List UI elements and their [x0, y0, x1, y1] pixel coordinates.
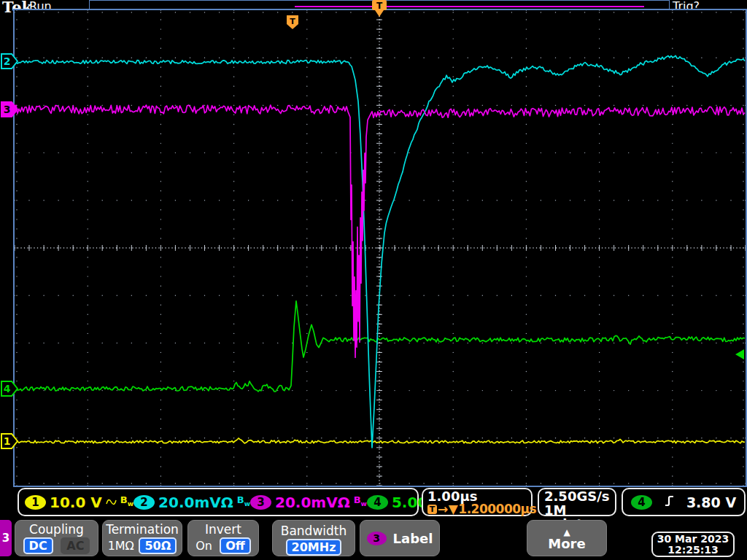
graticule-area — [13, 9, 747, 487]
channel3-badge: 3 — [250, 495, 271, 510]
termination-1mohm-option[interactable]: 1MΩ — [108, 539, 134, 553]
channel1-scale: 10.0 V — [50, 494, 102, 511]
channel4-position-marker[interactable]: 4 — [1, 380, 18, 397]
channel4-badge: 4 — [367, 495, 388, 510]
channel2-badge: 2 — [133, 495, 155, 510]
trigger-readout-box[interactable]: 4 3.80 V — [622, 488, 746, 516]
time-text: 12:25:13 — [653, 545, 733, 556]
record-view-waveform-line — [295, 6, 644, 7]
channel3-position-marker[interactable]: 3 — [1, 101, 18, 118]
trigger-level: 3.80 V — [686, 494, 736, 510]
trigger-level-arrow[interactable] — [735, 349, 744, 359]
invert-button[interactable]: Invert On Off — [187, 520, 259, 556]
bandwidth-limit-icon: Bw — [354, 497, 367, 508]
more-button-text: More — [548, 538, 585, 549]
channel2-readout[interactable]: 2 20.0mVΩ Bw — [133, 494, 250, 511]
channel2-scale: 20.0mVΩ — [158, 494, 233, 511]
label-button[interactable]: 3 Label — [360, 520, 440, 556]
coupling-dc-option[interactable]: DC — [23, 537, 53, 554]
bandwidth-title: Bandwidth — [273, 524, 355, 538]
trigger-t-glyph: T — [290, 17, 295, 26]
bandwidth-button[interactable]: Bandwidth 20MHz — [272, 520, 355, 556]
sample-rate: 2.50GS/s — [544, 489, 610, 503]
channel1-readout[interactable]: 1 10.0 V Bw — [25, 494, 133, 511]
channel-marker-number: 4 — [4, 383, 11, 394]
more-button[interactable]: ▲ More — [527, 520, 607, 556]
menu-channel-tab: 3 — [0, 520, 12, 556]
arrow-icon: → — [438, 503, 448, 516]
coupling-button[interactable]: Coupling DC AC — [15, 520, 98, 556]
channel1-badge: 1 — [25, 495, 46, 510]
label-button-text: Label — [393, 531, 433, 546]
channel-marker-number: 1 — [4, 435, 11, 447]
trigger-delay-readout: T→▼1.200000µs — [427, 503, 527, 516]
termination-title: Termination — [103, 522, 182, 537]
coupling-ac-option[interactable]: AC — [61, 537, 90, 554]
channel2-position-marker[interactable]: 2 — [1, 52, 18, 70]
ch3-waveform — [15, 105, 745, 357]
center-crosshair-ticks — [15, 10, 746, 486]
channel1-position-marker[interactable]: 1 — [1, 432, 18, 450]
bandwidth-20mhz-option[interactable]: 20MHz — [286, 539, 342, 556]
termination-button[interactable]: Termination 1MΩ 50Ω — [102, 520, 182, 556]
center-crosshair-dots — [15, 10, 743, 483]
date-text: 30 Mar 2023 — [653, 534, 733, 545]
invert-title: Invert — [188, 522, 258, 537]
horizontal-readout-box[interactable]: 1.00µs T→▼1.200000µs — [422, 488, 533, 516]
sine-coupling-icon — [106, 498, 117, 506]
channel3-scale: 20.0mVΩ — [275, 494, 350, 511]
trigger-t-glyph: T — [376, 1, 383, 11]
invert-off-option[interactable]: Off — [220, 537, 251, 554]
channel-readout-box: 1 10.0 V Bw 2 20.0mVΩ Bw 3 20.0mVΩ Bw 4 … — [18, 488, 419, 516]
termination-50ohm-option[interactable]: 50Ω — [139, 537, 177, 554]
invert-on-option[interactable]: On — [196, 539, 212, 553]
bandwidth-limit-icon: Bw — [237, 497, 250, 508]
trigger-point-indicator[interactable]: T — [286, 15, 299, 30]
channel3-readout[interactable]: 3 20.0mVΩ Bw — [250, 494, 367, 511]
bandwidth-limit-icon: Bw — [120, 497, 133, 508]
waveform-display — [15, 10, 746, 486]
trigger-position-marker[interactable]: T — [370, 0, 389, 19]
datetime-display: 30 Mar 2023 12:25:13 — [651, 532, 735, 557]
coupling-title: Coupling — [15, 522, 98, 537]
delay-triangle-icon: ▼ — [449, 503, 458, 516]
trigger-source-badge: 4 — [631, 495, 652, 510]
oscilloscope-screen: Tek Run Trig? 2341 T T 1 10.0 V Bw 2 20.… — [0, 0, 747, 560]
trigger-t-icon: T — [427, 505, 437, 514]
acquisition-readout-box[interactable]: 2.50GS/s 1M points — [538, 488, 616, 516]
channel-marker-number: 3 — [4, 104, 11, 115]
rising-edge-icon — [664, 494, 675, 510]
label-channel-badge: 3 — [367, 532, 387, 545]
channel-marker-number: 2 — [4, 55, 11, 67]
